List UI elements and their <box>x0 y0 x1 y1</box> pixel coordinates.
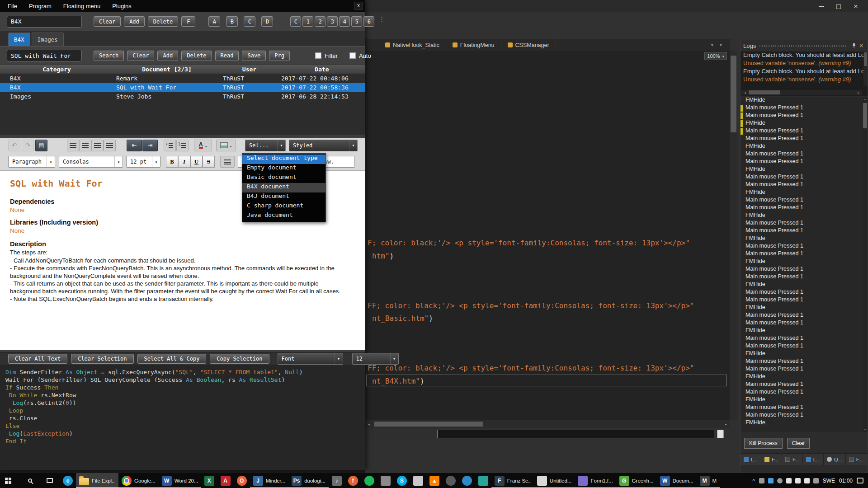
undo-button[interactable] <box>8 140 20 151</box>
scroll-left-arrow[interactable] <box>741 90 749 95</box>
font-size-combo[interactable]: 12 pt <box>126 156 160 168</box>
taskbar-item-edge[interactable]: e <box>60 473 76 488</box>
taskbar-item-word[interactable]: W Word 20... <box>159 473 201 488</box>
number-button[interactable]: 1 <box>302 16 313 27</box>
selection-button[interactable]: Clear All Text <box>8 354 67 364</box>
panel-tab[interactable]: L... <box>803 454 824 465</box>
align-right-button[interactable] <box>91 140 104 151</box>
category-tab[interactable]: Images <box>32 33 64 46</box>
warnings-hscrollbar[interactable] <box>741 90 862 95</box>
indent-button[interactable] <box>142 140 158 151</box>
column-header[interactable]: Date <box>278 65 365 74</box>
paragraph-combo[interactable]: Paragraph <box>8 156 55 168</box>
tray-cloud-icon[interactable] <box>759 478 764 483</box>
minimize-button[interactable]: — <box>813 0 830 12</box>
scroll-down-arrow[interactable] <box>863 427 868 432</box>
warnings-scrollbar[interactable] <box>863 52 868 86</box>
taskbar-item-m[interactable]: M M <box>697 473 720 488</box>
action-center-icon[interactable] <box>857 478 863 483</box>
numbered-list-button[interactable] <box>176 140 189 151</box>
bullet-list-button[interactable] <box>164 140 176 151</box>
selection-button[interactable]: Clear Selection <box>71 354 133 364</box>
warning-line[interactable]: Unused variable 'nonsense'. (warning #9) <box>741 60 868 68</box>
taskbar-item-form1[interactable]: Form1.f... <box>575 473 616 488</box>
table-row[interactable]: B4X SQL with Wait For ThRuST 2017-07-22 … <box>0 83 365 92</box>
letter-button[interactable]: A <box>208 16 220 27</box>
font-color-button[interactable]: A <box>194 140 212 151</box>
letter-button[interactable]: D <box>261 16 273 27</box>
format-button[interactable]: U <box>190 156 203 168</box>
panel-tab[interactable]: F... <box>846 454 867 465</box>
taskbar-item-telegram[interactable] <box>459 473 475 488</box>
column-header[interactable]: Category <box>0 65 113 74</box>
insert-image-button[interactable] <box>216 140 236 151</box>
tray-shield-icon[interactable] <box>768 478 774 483</box>
code-font-combo[interactable]: Font <box>278 353 343 365</box>
search-button[interactable] <box>20 473 40 488</box>
clear-logs-button[interactable]: Clear <box>787 438 810 449</box>
column-header[interactable]: Document [2/3] <box>113 65 220 74</box>
taskbar-item-mindcraft[interactable]: J Mindcr... <box>250 473 288 488</box>
start-button[interactable] <box>0 473 20 488</box>
letter-button[interactable]: C <box>244 16 255 27</box>
taskbar-item-document[interactable]: W Docum... <box>657 473 697 488</box>
selection-button[interactable]: Select All & Copy <box>137 354 207 364</box>
panel-tab[interactable]: F... <box>761 454 782 465</box>
pin-icon[interactable] <box>850 42 858 49</box>
taskbar-item-untitled[interactable]: Untitled... <box>534 473 575 488</box>
taskbar-item-skype[interactable]: S <box>394 473 410 488</box>
more-icon[interactable]: ⋮ <box>379 16 385 23</box>
tray-sync-icon[interactable] <box>777 478 783 483</box>
number-button[interactable]: 5 <box>351 16 362 27</box>
number-button[interactable]: 2 <box>315 16 326 27</box>
scroll-right-arrow[interactable] <box>855 90 862 95</box>
menu-item[interactable]: Program <box>23 0 57 12</box>
paste-button[interactable] <box>35 140 47 151</box>
toolbar-button[interactable]: Clear <box>127 51 154 61</box>
taskbar-item-opera[interactable]: O <box>234 473 250 488</box>
align-left-button[interactable] <box>67 140 79 151</box>
scrollbar-thumb[interactable] <box>749 90 780 94</box>
toolbar-button[interactable]: Prg <box>269 51 290 61</box>
toolbar-button[interactable]: Add <box>124 16 145 27</box>
number-button[interactable]: C <box>290 16 301 27</box>
format-button[interactable]: I <box>178 156 190 168</box>
align-center-button[interactable] <box>79 140 91 151</box>
menu-item[interactable]: File <box>2 0 23 12</box>
panel-tab[interactable]: M... <box>866 454 868 465</box>
kill-process-button[interactable]: Kill Process <box>744 438 783 449</box>
taskbar-item-teams[interactable] <box>475 473 491 488</box>
category-input[interactable] <box>7 16 82 28</box>
style-combo[interactable]: Styled <box>289 140 358 151</box>
warning-line[interactable]: Empty Catch block. You should at least a… <box>741 52 868 60</box>
taskbar-item-greenshot[interactable]: G Greenh... <box>616 473 657 488</box>
selection-button[interactable]: Copy Selection <box>210 354 269 364</box>
dropdown-item[interactable]: Basic document <box>242 174 326 183</box>
category-tab[interactable]: B4X <box>8 33 30 46</box>
tray-expand-icon[interactable] <box>752 478 755 483</box>
number-button[interactable]: 6 <box>363 16 374 27</box>
taskbar-item-camera[interactable] <box>377 473 394 488</box>
checkbox-box[interactable] <box>349 52 356 59</box>
menu-item[interactable]: Plugins <box>106 0 137 12</box>
warning-line[interactable]: Unused variable 'nonsense'. (warning #9) <box>741 76 868 84</box>
number-button[interactable]: 4 <box>339 16 350 27</box>
log-scrollbar[interactable] <box>863 97 868 432</box>
editor-horizontal-scrollbar[interactable] <box>365 420 730 428</box>
language-indicator[interactable]: SWE <box>823 478 835 484</box>
scroll-left-arrow[interactable] <box>365 422 373 427</box>
ide-module-tab[interactable]: FloatingMenu <box>446 39 501 51</box>
taskbar-item-chrome[interactable]: Google... <box>118 473 159 488</box>
dropdown-item[interactable]: Select document type <box>242 155 326 164</box>
toolbar-button[interactable]: Search <box>94 51 124 61</box>
toolbar-button[interactable]: F <box>181 16 195 27</box>
taskbar-item-audio[interactable]: ♪ <box>329 473 345 488</box>
checkbox[interactable]: Auto <box>349 52 371 59</box>
column-header[interactable]: User <box>220 65 278 74</box>
table-row[interactable]: B4X Remark ThRuST 2017-07-22 00:48:06 <box>0 74 365 83</box>
toolbar-button[interactable]: Clear <box>94 16 121 27</box>
clock[interactable]: 01:00 <box>839 478 853 484</box>
toolbar-button[interactable]: Add <box>157 51 178 61</box>
toolbar-button[interactable]: Delete <box>181 51 212 61</box>
close-icon[interactable] <box>858 42 865 49</box>
